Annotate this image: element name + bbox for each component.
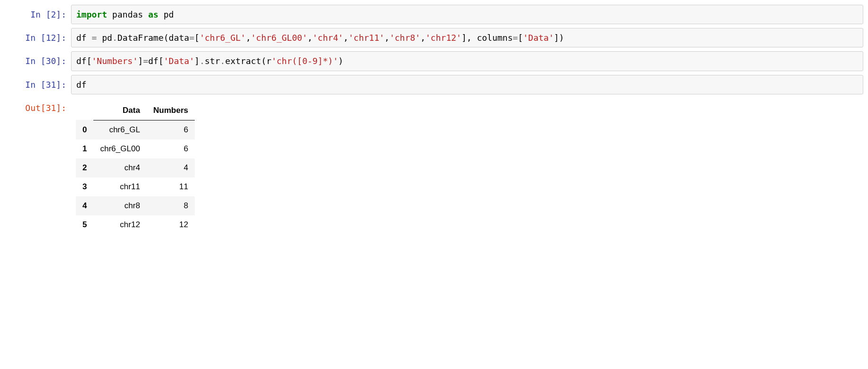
table-cell: 6 — [147, 139, 195, 158]
table-cell: chr6_GL — [93, 120, 146, 139]
table-cell: 12 — [147, 215, 195, 234]
dataframe-table: Data Numbers 0 chr6_GL 6 1 chr6_GL00 6 2… — [76, 101, 195, 234]
string-literal: 'chr6_GL' — [199, 33, 246, 43]
code-token: pandas — [107, 9, 148, 19]
string-literal: 'Numbers' — [92, 56, 138, 66]
row-index: 2 — [76, 158, 93, 177]
string-literal: 'chr([0-9]*)' — [271, 56, 338, 66]
code-token: , — [344, 33, 349, 43]
code-token: pd — [158, 9, 174, 19]
code-token: df[ — [148, 56, 164, 66]
code-token: DataFrame(data — [118, 33, 190, 43]
table-cell: chr4 — [93, 158, 146, 177]
string-literal: 'chr8' — [389, 33, 420, 43]
table-cell: 8 — [147, 196, 195, 215]
table-cell: chr8 — [93, 196, 146, 215]
code-token: , — [420, 33, 425, 43]
notebook-cell: In [31]: df — [0, 75, 868, 94]
code-token: pd — [97, 33, 112, 43]
code-token: = — [513, 33, 518, 43]
row-index: 5 — [76, 215, 93, 234]
notebook-cell: In [12]: df = pd.DataFrame(data=['chr6_G… — [0, 28, 868, 47]
code-token: ], columns — [461, 33, 513, 43]
string-literal: 'chr4' — [313, 33, 344, 43]
code-token: ]) — [554, 33, 564, 43]
table-row: 5 chr12 12 — [76, 215, 195, 234]
code-token: str — [205, 56, 220, 66]
table-row: 1 chr6_GL00 6 — [76, 139, 195, 158]
code-input[interactable]: import pandas as pd — [71, 5, 863, 24]
string-literal: 'chr12' — [425, 33, 461, 43]
table-cell: chr12 — [93, 215, 146, 234]
code-token: = — [189, 33, 194, 43]
row-index: 4 — [76, 196, 93, 215]
code-input[interactable]: df — [71, 75, 863, 94]
code-token: df[ — [76, 56, 92, 66]
input-prompt: In [31]: — [0, 75, 71, 91]
table-cell: 4 — [147, 158, 195, 177]
code-token: , — [384, 33, 389, 43]
notebook-cell: In [2]: import pandas as pd — [0, 5, 868, 24]
code-token: df — [76, 33, 92, 43]
table-corner — [76, 101, 93, 120]
code-token: , — [307, 33, 313, 43]
table-cell: 11 — [147, 177, 195, 196]
code-input[interactable]: df = pd.DataFrame(data=['chr6_GL','chr6_… — [71, 28, 863, 47]
code-token: extract(r — [225, 56, 271, 66]
input-prompt: In [2]: — [0, 5, 71, 20]
code-input[interactable]: df['Numbers']=df['Data'].str.extract(r'c… — [71, 51, 863, 71]
input-prompt: In [12]: — [0, 28, 71, 44]
table-row: 3 chr11 11 — [76, 177, 195, 196]
string-literal: 'Data' — [163, 56, 194, 66]
table-cell: 6 — [147, 120, 195, 139]
notebook-output: Out[31]: Data Numbers 0 chr6_GL 6 1 chr6… — [0, 98, 868, 234]
table-cell: chr11 — [93, 177, 146, 196]
code-token: = — [92, 33, 97, 43]
notebook-cell: In [30]: df['Numbers']=df['Data'].str.ex… — [0, 51, 868, 71]
table-row: 2 chr4 4 — [76, 158, 195, 177]
keyword-import: import — [76, 9, 107, 19]
table-cell: chr6_GL00 — [93, 139, 146, 158]
code-token: . — [112, 33, 118, 43]
row-index: 0 — [76, 120, 93, 139]
row-index: 1 — [76, 139, 93, 158]
row-index: 3 — [76, 177, 93, 196]
code-token: , — [246, 33, 251, 43]
column-header: Numbers — [147, 101, 195, 120]
column-header: Data — [93, 101, 146, 120]
input-prompt: In [30]: — [0, 51, 71, 67]
output-prompt: Out[31]: — [0, 98, 71, 114]
code-token: [ — [518, 33, 523, 43]
string-literal: 'chr11' — [348, 33, 384, 43]
keyword-as: as — [148, 9, 159, 19]
table-row: 4 chr8 8 — [76, 196, 195, 215]
code-token: . — [220, 56, 226, 66]
code-token: [ — [194, 33, 199, 43]
string-literal: 'chr6_GL00' — [251, 33, 307, 43]
code-token: ] — [194, 56, 199, 66]
output-area: Data Numbers 0 chr6_GL 6 1 chr6_GL00 6 2… — [71, 98, 863, 234]
table-row: 0 chr6_GL 6 — [76, 120, 195, 139]
code-token: . — [199, 56, 205, 66]
string-literal: 'Data' — [523, 33, 554, 43]
code-token: ] — [138, 56, 143, 66]
code-token: df — [76, 80, 87, 90]
code-token: = — [143, 56, 148, 66]
code-token: ) — [338, 56, 344, 66]
